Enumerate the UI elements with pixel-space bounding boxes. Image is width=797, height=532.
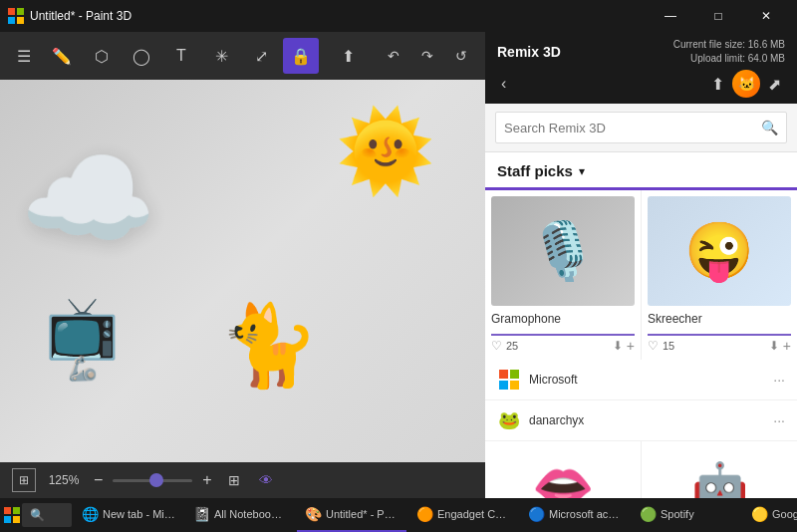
- user-more-button[interactable]: ···: [773, 372, 785, 388]
- download-button[interactable]: ⬇: [769, 339, 779, 353]
- crop-tool-button[interactable]: ⤢: [243, 38, 279, 74]
- list-item: 😜 Skreecher ♡ 15 ⬇ +: [642, 190, 797, 360]
- external-link-button[interactable]: ⬈: [764, 70, 785, 98]
- remix-tool-button[interactable]: 🔒: [283, 38, 319, 74]
- notebooks-icon: 📓: [193, 506, 210, 522]
- svg-rect-5: [510, 370, 519, 379]
- staff-picks-label: Staff picks: [497, 162, 573, 179]
- canvas-background: ☁️ 🌞 📺 🦾 🐈: [0, 80, 485, 462]
- like-count: 25: [506, 340, 518, 352]
- canvas[interactable]: ☁️ 🌞 📺 🦾 🐈: [0, 80, 485, 462]
- remix-content[interactable]: Staff picks ▾ 🎙️ Gramophone ♡ 25 ⬇ +: [485, 152, 797, 498]
- notebooks-label: All Notebooks -...: [214, 508, 287, 520]
- user-more-button[interactable]: ···: [773, 412, 785, 428]
- svg-rect-11: [13, 516, 20, 523]
- sun-object[interactable]: 🌞: [336, 105, 435, 198]
- staff-picks-header: Staff picks ▾: [485, 152, 797, 190]
- main-container: ☰ ✏️ ⬡ ◯ T ✳ ⤢ 🔒 ⬆ ↶ ↷ ↺ ☁️ 🌞: [0, 32, 797, 498]
- lips-icon: 👄: [532, 457, 594, 498]
- view-button[interactable]: ⊞: [222, 468, 246, 492]
- redo2-button[interactable]: ↺: [445, 40, 477, 72]
- gramophone-thumbnail[interactable]: 🎙️: [491, 196, 635, 306]
- preview-grid: 👄 🤖: [485, 441, 797, 498]
- shapes-tool-button[interactable]: ⬡: [84, 38, 120, 74]
- start-button[interactable]: [4, 498, 20, 532]
- window-controls: — □ ✕: [648, 0, 789, 32]
- taskbar-app-engadget[interactable]: 🟠 Engadget CMS -...: [408, 498, 518, 532]
- file-size: Current file size: 16.6 MB: [673, 38, 785, 52]
- skreecher-thumbnail[interactable]: 😜: [648, 196, 791, 306]
- taskbar-app-spotify[interactable]: 🟢 Spotify: [632, 498, 741, 532]
- add-button[interactable]: +: [627, 338, 635, 354]
- taskbar-app-hangouts[interactable]: 🟡 Google Hango...: [743, 498, 797, 532]
- list-item[interactable]: 🤖: [642, 441, 797, 498]
- cat-object[interactable]: 🐈: [219, 299, 319, 393]
- effects-tool-button[interactable]: ✳: [203, 38, 239, 74]
- minimize-button[interactable]: —: [648, 0, 693, 32]
- microsoft-icon: [497, 368, 521, 392]
- svg-rect-1: [17, 8, 24, 15]
- spotify-icon: 🟢: [640, 506, 657, 522]
- chrome-icon: 🌐: [82, 506, 99, 522]
- items-grid: 🎙️ Gramophone ♡ 25 ⬇ + 😜: [485, 190, 797, 360]
- remix-nav-icons: ⬆ 🐱 ⬈: [707, 70, 785, 98]
- remix-panel: Remix 3D Current file size: 16.6 MB Uplo…: [485, 32, 797, 498]
- hangouts-icon: 🟡: [751, 506, 768, 522]
- close-button[interactable]: ✕: [743, 0, 789, 32]
- search-input[interactable]: [504, 121, 761, 135]
- svg-rect-6: [499, 381, 508, 390]
- paint3d-icon: 🎨: [305, 506, 322, 522]
- search-box[interactable]: 🔍: [495, 112, 787, 143]
- skreecher-icon: 😜: [684, 218, 754, 284]
- svg-rect-9: [13, 507, 20, 514]
- paint-area: ☰ ✏️ ⬡ ◯ T ✳ ⤢ 🔒 ⬆ ↶ ↷ ↺ ☁️ 🌞: [0, 32, 485, 498]
- taskbar-app-microsoft[interactable]: 🔵 Microsoft acqui...: [520, 498, 630, 532]
- maximize-button[interactable]: □: [695, 0, 741, 32]
- list-item[interactable]: 👄: [485, 441, 641, 498]
- taskbar-app-paint3d[interactable]: 🎨 Untitled* - Pain...: [297, 498, 406, 532]
- zoom-in-button[interactable]: +: [200, 471, 213, 489]
- user-avatar[interactable]: 🐱: [732, 70, 760, 98]
- item-actions: ♡ 25 ⬇ +: [491, 338, 635, 354]
- zoom-out-button[interactable]: −: [92, 471, 105, 489]
- window-title: Untitled* - Paint 3D: [30, 9, 648, 23]
- redo-button[interactable]: ↷: [411, 40, 443, 72]
- engadget-icon: 🟠: [416, 506, 433, 522]
- hamburger-menu[interactable]: ☰: [8, 40, 40, 72]
- taskbar-search[interactable]: 🔍: [22, 503, 72, 527]
- undo-redo-group: ↶ ↷ ↺: [378, 40, 477, 72]
- microsoft-label: Microsoft acqui...: [549, 508, 622, 520]
- staff-picks-dropdown-icon[interactable]: ▾: [579, 164, 585, 178]
- svg-rect-8: [4, 507, 11, 514]
- eraser-tool-button[interactable]: ◯: [124, 38, 159, 74]
- upload-button[interactable]: ⬆: [707, 70, 728, 98]
- robot-icon: 🤖: [691, 459, 748, 498]
- tv-robot-object[interactable]: 📺 🦾: [45, 292, 120, 383]
- spotify-label: Spotify: [661, 508, 694, 520]
- zoom-slider[interactable]: [113, 479, 192, 482]
- microsoft-name: Microsoft: [529, 373, 773, 387]
- skreecher-title: Skreecher: [648, 312, 791, 326]
- download-button[interactable]: ⬇: [613, 339, 623, 353]
- eye-button[interactable]: 👁: [254, 468, 278, 492]
- svg-rect-3: [17, 17, 24, 24]
- add-button[interactable]: +: [783, 338, 791, 354]
- item-actions: ♡ 15 ⬇ +: [648, 338, 791, 354]
- like-count: 15: [663, 340, 674, 352]
- text-tool-button[interactable]: T: [163, 38, 199, 74]
- like-button[interactable]: ♡: [491, 339, 502, 353]
- search-button[interactable]: 🔍: [761, 120, 778, 135]
- crop-button[interactable]: ⊞: [12, 468, 36, 492]
- taskbar: 🔍 🌐 New tab - Mic... 📓 All Notebooks -..…: [0, 498, 797, 532]
- undo-button[interactable]: ↶: [378, 40, 409, 72]
- pencil-tool-button[interactable]: ✏️: [44, 38, 80, 74]
- like-button[interactable]: ♡: [648, 339, 659, 353]
- back-button[interactable]: ‹: [497, 73, 510, 95]
- search-container: 🔍: [485, 104, 797, 152]
- svg-rect-10: [4, 516, 11, 523]
- cloud-object[interactable]: ☁️: [20, 134, 156, 263]
- bottom-bar: ⊞ 125% − + ⊞ 👁: [0, 462, 485, 498]
- taskbar-app-chrome[interactable]: 🌐 New tab - Mic...: [74, 498, 183, 532]
- taskbar-app-notebooks[interactable]: 📓 All Notebooks -...: [185, 498, 295, 532]
- share-button[interactable]: ⬆: [330, 38, 366, 74]
